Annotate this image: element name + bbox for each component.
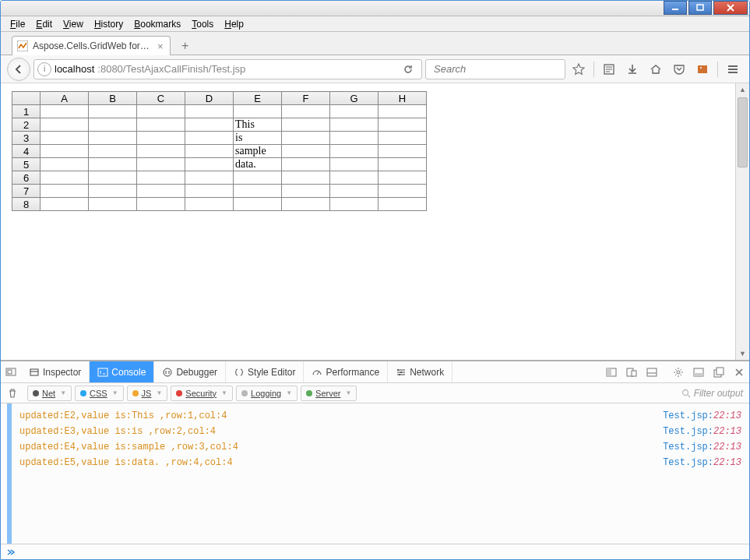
search-box[interactable] xyxy=(425,59,565,79)
row-header-6[interactable]: 6 xyxy=(12,171,40,185)
col-header-A[interactable]: A xyxy=(40,92,89,105)
cell-E6[interactable] xyxy=(234,171,282,185)
console-expander[interactable] xyxy=(1,544,749,559)
download-button[interactable] xyxy=(622,59,643,79)
dock-bottom-button[interactable] xyxy=(688,362,709,382)
cell-C7[interactable] xyxy=(137,185,185,198)
cell-G3[interactable] xyxy=(330,132,379,145)
row-header-3[interactable]: 3 xyxy=(12,132,40,145)
extension-button[interactable] xyxy=(692,59,713,79)
menu-file[interactable]: File xyxy=(5,19,30,30)
cell-E1[interactable] xyxy=(234,105,282,118)
col-header-G[interactable]: G xyxy=(330,92,379,105)
cell-G1[interactable] xyxy=(330,105,379,118)
cell-B7[interactable] xyxy=(89,185,137,198)
menu-help[interactable]: Help xyxy=(220,19,248,30)
cell-B3[interactable] xyxy=(89,132,137,145)
cell-C4[interactable] xyxy=(137,145,185,158)
devtools-tab-console[interactable]: Console xyxy=(90,361,154,382)
clear-console-button[interactable] xyxy=(1,388,24,399)
menu-edit[interactable]: Edit xyxy=(31,19,57,30)
devtools-tab-performance[interactable]: Performance xyxy=(304,361,388,382)
cell-H6[interactable] xyxy=(379,171,427,185)
menu-bookmarks[interactable]: Bookmarks xyxy=(129,19,185,30)
cell-D1[interactable] xyxy=(185,105,234,118)
devtools-tab-style-editor[interactable]: Style Editor xyxy=(226,361,304,382)
cell-C5[interactable] xyxy=(137,158,185,171)
console-filter-css[interactable]: CSS▼ xyxy=(75,386,124,401)
window-maximize-button[interactable] xyxy=(688,1,712,15)
cell-D7[interactable] xyxy=(185,185,234,198)
col-header-E[interactable]: E xyxy=(234,92,282,105)
cell-E2[interactable]: This xyxy=(234,118,282,132)
console-filter-net[interactable]: Net▼ xyxy=(27,386,72,401)
cell-H8[interactable] xyxy=(379,198,427,211)
row-header-4[interactable]: 4 xyxy=(12,145,40,158)
reload-button[interactable] xyxy=(398,64,418,75)
console-log-row[interactable]: updated:E3,value is:is ,row:2,col:4Test.… xyxy=(12,424,749,439)
cell-B2[interactable] xyxy=(89,118,137,132)
cell-G4[interactable] xyxy=(330,145,379,158)
cell-F6[interactable] xyxy=(282,171,330,185)
col-header-C[interactable]: C xyxy=(137,92,185,105)
cell-F7[interactable] xyxy=(282,185,330,198)
cell-E5[interactable]: data. xyxy=(234,158,282,171)
row-header-1[interactable]: 1 xyxy=(12,105,40,118)
row-header-2[interactable]: 2 xyxy=(12,118,40,132)
search-input[interactable] xyxy=(434,63,565,75)
browser-tab[interactable]: Aspose.Cells.GridWeb for J... × xyxy=(12,36,171,55)
devtools-tab-inspector[interactable]: Inspector xyxy=(21,361,90,382)
cell-B4[interactable] xyxy=(89,145,137,158)
cell-B6[interactable] xyxy=(89,171,137,185)
menu-tools[interactable]: Tools xyxy=(187,19,218,30)
cell-F3[interactable] xyxy=(282,132,330,145)
scrollbar-vertical[interactable]: ▲ ▼ xyxy=(735,83,749,360)
cell-D4[interactable] xyxy=(185,145,234,158)
cell-D3[interactable] xyxy=(185,132,234,145)
console-filter-input[interactable]: Filter output xyxy=(675,388,749,399)
cell-G8[interactable] xyxy=(330,198,379,211)
console-log-row[interactable]: updated:E2,value is:This ,row:1,col:4Tes… xyxy=(12,408,749,424)
tab-close-icon[interactable]: × xyxy=(157,41,164,52)
cell-A6[interactable] xyxy=(40,171,89,185)
col-header-F[interactable]: F xyxy=(282,92,330,105)
back-button[interactable] xyxy=(7,58,30,81)
window-minimize-button[interactable] xyxy=(664,1,687,15)
cell-D5[interactable] xyxy=(185,158,234,171)
spreadsheet-grid[interactable]: ABCDEFGH12This3is4sample5data.678 xyxy=(12,91,427,211)
cell-B8[interactable] xyxy=(89,198,137,211)
cell-G5[interactable] xyxy=(330,158,379,171)
cell-D8[interactable] xyxy=(185,198,234,211)
cell-F8[interactable] xyxy=(282,198,330,211)
responsive-mode-button[interactable] xyxy=(621,362,642,382)
popout-button[interactable] xyxy=(709,362,729,382)
cell-A4[interactable] xyxy=(40,145,89,158)
split-console-button[interactable] xyxy=(642,362,662,382)
cell-C8[interactable] xyxy=(137,198,185,211)
console-log-row[interactable]: updated:E5,value is:data. ,row:4,col:4Te… xyxy=(12,455,749,470)
console-output[interactable]: updated:E2,value is:This ,row:1,col:4Tes… xyxy=(7,403,749,544)
console-filter-js[interactable]: JS▼ xyxy=(127,386,168,401)
cell-C2[interactable] xyxy=(137,118,185,132)
bookmark-star-button[interactable] xyxy=(569,59,589,79)
col-header-D[interactable]: D xyxy=(185,92,234,105)
devtools-close-button[interactable] xyxy=(729,362,749,382)
url-bar[interactable]: i localhost:8080/TestAjaxCallFinish/Test… xyxy=(33,59,422,79)
menu-view[interactable]: View xyxy=(58,19,88,30)
devtools-tab-debugger[interactable]: Debugger xyxy=(154,361,226,382)
cell-D6[interactable] xyxy=(185,171,234,185)
menu-history[interactable]: History xyxy=(90,19,128,30)
cell-D2[interactable] xyxy=(185,118,234,132)
site-info-icon[interactable]: i xyxy=(37,62,51,76)
row-header-5[interactable]: 5 xyxy=(12,158,40,171)
cell-E7[interactable] xyxy=(234,185,282,198)
cell-A2[interactable] xyxy=(40,118,89,132)
cell-A8[interactable] xyxy=(40,198,89,211)
cell-F4[interactable] xyxy=(282,145,330,158)
console-log-row[interactable]: updated:E4,value is:sample ,row:3,col:4T… xyxy=(12,439,749,455)
row-header-8[interactable]: 8 xyxy=(12,198,40,211)
new-tab-button[interactable]: + xyxy=(175,37,195,55)
cell-F2[interactable] xyxy=(282,118,330,132)
home-button[interactable] xyxy=(646,59,666,79)
cell-H7[interactable] xyxy=(379,185,427,198)
